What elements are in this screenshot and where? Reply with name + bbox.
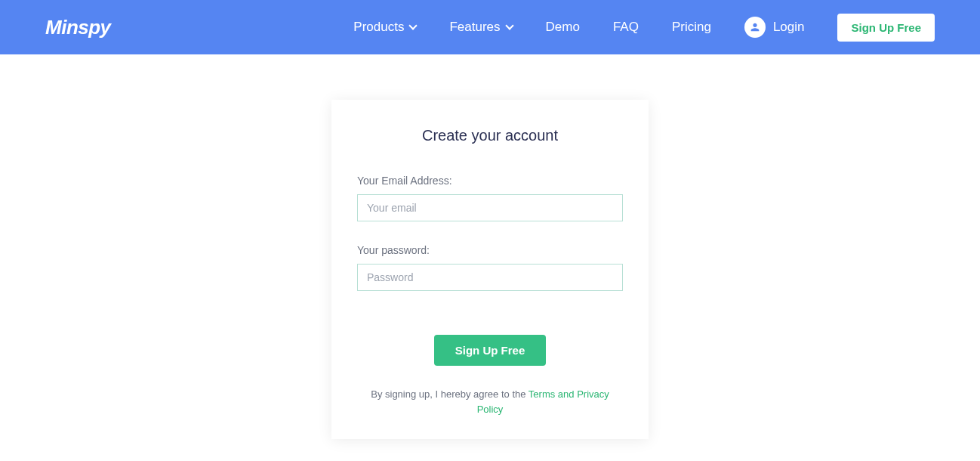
login-link[interactable]: Login xyxy=(744,17,805,38)
terms-text: By signing up, I hereby agree to the Ter… xyxy=(357,387,623,416)
email-label: Your Email Address: xyxy=(357,175,623,187)
nav-faq[interactable]: FAQ xyxy=(613,20,639,35)
nav-products[interactable]: Products xyxy=(353,20,416,35)
nav-features-label: Features xyxy=(449,20,500,35)
password-input[interactable] xyxy=(357,264,623,291)
password-label: Your password: xyxy=(357,244,623,256)
nav-features[interactable]: Features xyxy=(449,20,512,35)
terms-prefix: By signing up, I hereby agree to the xyxy=(371,388,529,400)
nav: Products Features Demo FAQ Pricing Login… xyxy=(353,14,935,42)
user-icon xyxy=(744,17,766,38)
logo[interactable]: Minspy xyxy=(45,16,111,39)
email-input[interactable] xyxy=(357,194,623,221)
signup-button[interactable]: Sign Up Free xyxy=(837,14,935,42)
main: Create your account Your Email Address: … xyxy=(0,54,980,461)
nav-products-label: Products xyxy=(353,20,404,35)
header: Minspy Products Features Demo FAQ Pricin… xyxy=(0,0,980,54)
nav-pricing[interactable]: Pricing xyxy=(672,20,711,35)
nav-demo[interactable]: Demo xyxy=(546,20,580,35)
chevron-down-icon xyxy=(409,21,418,29)
login-label: Login xyxy=(773,20,805,35)
chevron-down-icon xyxy=(505,21,513,29)
submit-button[interactable]: Sign Up Free xyxy=(434,335,547,366)
signup-card: Create your account Your Email Address: … xyxy=(331,100,649,439)
card-title: Create your account xyxy=(357,127,623,144)
submit-wrap: Sign Up Free xyxy=(357,335,623,366)
